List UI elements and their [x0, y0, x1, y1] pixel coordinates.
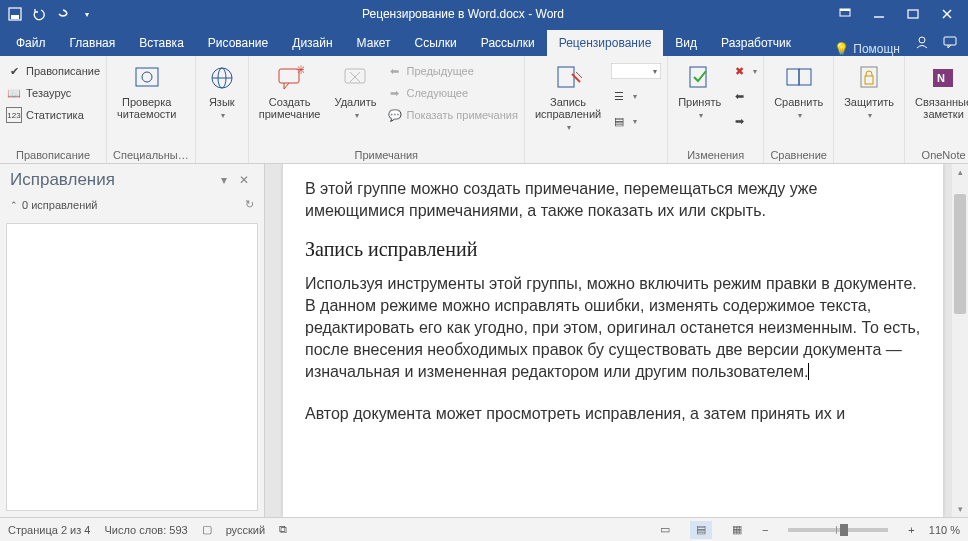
svg-rect-9	[944, 37, 956, 45]
track-changes-button[interactable]: Запись исправлений ▾	[531, 60, 605, 136]
ribbon-tabs: Файл Главная Вставка Рисование Дизайн Ма…	[0, 28, 968, 56]
group-label: Сравнение	[770, 147, 827, 161]
list-icon: ☰	[611, 88, 627, 104]
zoom-slider[interactable]	[788, 528, 888, 532]
readability-icon	[131, 62, 163, 94]
next-change-icon: ➡	[731, 113, 747, 129]
undo-icon[interactable]	[28, 3, 50, 25]
accept-button[interactable]: Принять▾	[674, 60, 725, 124]
print-layout-icon[interactable]: ▤	[690, 521, 712, 539]
zoom-out-button[interactable]: −	[762, 524, 768, 536]
zoom-level[interactable]: 110 %	[929, 524, 960, 536]
paragraph[interactable]: В этой группе можно создать примечание, …	[305, 178, 921, 222]
svg-rect-10	[136, 68, 158, 86]
web-layout-icon[interactable]: ▦	[726, 521, 748, 539]
thesaurus-icon: 📖	[6, 85, 22, 101]
tab-insert[interactable]: Вставка	[127, 30, 196, 56]
pane-options-icon[interactable]: ▾	[214, 170, 234, 190]
new-comment-button[interactable]: ✳ Создать примечание	[255, 60, 325, 122]
revisions-count-row[interactable]: ⌃ 0 исправлений ↻	[0, 196, 264, 217]
group-language: Язык▾	[196, 56, 249, 163]
readability-button[interactable]: Проверкачитаемости	[113, 60, 180, 122]
svg-rect-3	[840, 9, 850, 11]
document-page[interactable]: В этой группе можно создать примечание, …	[283, 164, 943, 517]
scroll-thumb[interactable]	[954, 194, 966, 314]
zoom-slider-thumb[interactable]	[840, 524, 848, 536]
next-change-button[interactable]: ➡	[731, 110, 757, 132]
tell-me-field[interactable]: 💡Помощн	[826, 42, 908, 56]
tab-mailings[interactable]: Рассылки	[469, 30, 547, 56]
feedback-icon[interactable]	[936, 28, 964, 56]
accept-icon	[684, 62, 716, 94]
proofing-status-icon[interactable]: ▢	[202, 523, 212, 536]
next-icon: ➡	[387, 85, 403, 101]
ribbon-options-icon[interactable]	[828, 0, 862, 28]
revisions-count-label: 0 исправлений	[22, 199, 98, 211]
language-status[interactable]: русский	[226, 524, 265, 536]
reject-button[interactable]: ✖▾	[731, 60, 757, 82]
tab-layout[interactable]: Макет	[345, 30, 403, 56]
redo-icon[interactable]	[52, 3, 74, 25]
zoom-in-button[interactable]: +	[908, 524, 914, 536]
vertical-scrollbar[interactable]: ▴ ▾	[952, 164, 968, 517]
onenote-icon: N	[928, 62, 960, 94]
svg-point-8	[919, 37, 925, 43]
svg-text:▾: ▾	[653, 67, 657, 76]
check-spelling-icon: ✔	[6, 63, 22, 79]
reviewing-pane-dropdown[interactable]: ▤▾	[611, 110, 661, 132]
tab-home[interactable]: Главная	[58, 30, 128, 56]
word-count-status[interactable]: Число слов: 593	[104, 524, 187, 536]
status-bar: Страница 2 из 4 Число слов: 593 ▢ русски…	[0, 517, 968, 541]
delete-comment-icon	[340, 62, 372, 94]
heading[interactable]: Запись исправлений	[305, 238, 921, 261]
tab-developer[interactable]: Разработчик	[709, 30, 803, 56]
tab-file[interactable]: Файл	[4, 30, 58, 56]
tab-design[interactable]: Дизайн	[280, 30, 344, 56]
revisions-list[interactable]	[6, 223, 258, 511]
tab-review[interactable]: Рецензирование	[547, 30, 664, 56]
quick-access-toolbar: ▾	[4, 3, 98, 25]
paragraph[interactable]: Используя инструменты этой группы, можно…	[305, 273, 921, 383]
page-status[interactable]: Страница 2 из 4	[8, 524, 90, 536]
macros-status-icon[interactable]: ⧉	[279, 523, 287, 536]
group-comments: ✳ Создать примечание Удалить▾ ⬅Предыдуще…	[249, 56, 525, 163]
language-button[interactable]: Язык▾	[202, 60, 242, 124]
svg-text:✳: ✳	[296, 64, 304, 77]
tab-draw[interactable]: Рисование	[196, 30, 280, 56]
refresh-icon[interactable]: ↻	[245, 198, 254, 211]
onenote-notes-button[interactable]: N Связанные заметки	[911, 60, 968, 122]
show-comments-icon: 💬	[387, 107, 403, 123]
tab-references[interactable]: Ссылки	[403, 30, 469, 56]
maximize-icon[interactable]	[896, 0, 930, 28]
scroll-down-icon[interactable]: ▾	[952, 501, 968, 517]
protect-button[interactable]: Защитить▾	[840, 60, 898, 124]
previous-comment-button: ⬅Предыдущее	[387, 60, 518, 82]
share-icon[interactable]	[908, 28, 936, 56]
group-label	[202, 147, 242, 161]
save-icon[interactable]	[4, 3, 26, 25]
group-label	[840, 147, 898, 161]
minimize-icon[interactable]	[862, 0, 896, 28]
read-mode-icon[interactable]: ▭	[654, 521, 676, 539]
close-icon[interactable]	[930, 0, 964, 28]
statistics-button[interactable]: 123Статистика	[6, 104, 100, 126]
display-for-review-dropdown[interactable]: ▾	[611, 60, 661, 82]
group-readability: Проверкачитаемости Специальны…	[107, 56, 196, 163]
previous-change-button[interactable]: ⬅	[731, 85, 757, 107]
show-markup-dropdown[interactable]: ☰▾	[611, 85, 661, 107]
window-controls	[828, 0, 964, 28]
pane-close-icon[interactable]: ✕	[234, 170, 254, 190]
thesaurus-button[interactable]: 📖Тезаурус	[6, 82, 100, 104]
paragraph[interactable]: Автор документа может просмотреть исправ…	[305, 403, 921, 425]
compare-icon	[783, 62, 815, 94]
reject-icon: ✖	[731, 63, 747, 79]
spelling-button[interactable]: ✔Правописание	[6, 60, 100, 82]
scroll-up-icon[interactable]: ▴	[952, 164, 968, 180]
compare-button[interactable]: Сравнить▾	[770, 60, 827, 124]
next-comment-button: ➡Следующее	[387, 82, 518, 104]
track-changes-icon	[552, 62, 584, 94]
document-title: Рецензирование в Word.docx - Word	[98, 7, 828, 21]
document-area[interactable]: В этой группе можно создать примечание, …	[265, 164, 968, 517]
qat-dropdown-icon[interactable]: ▾	[76, 3, 98, 25]
tab-view[interactable]: Вид	[663, 30, 709, 56]
